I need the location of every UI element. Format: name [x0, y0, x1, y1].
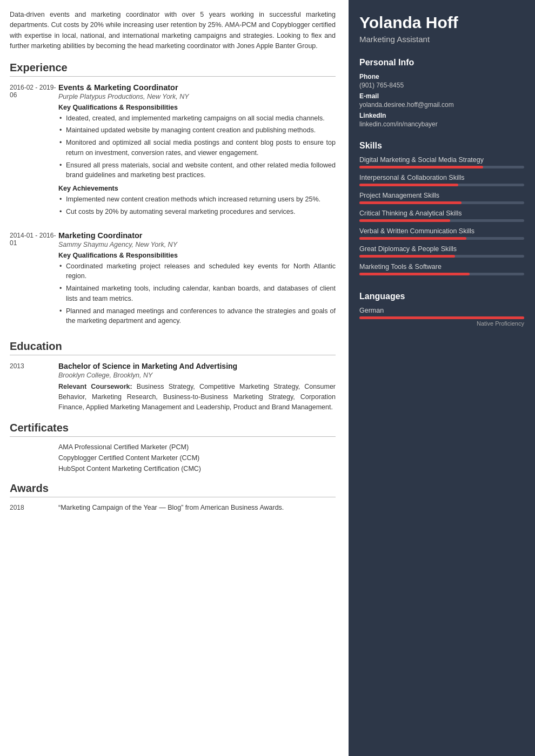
edu-school: Brooklyn College, Brooklyn, NY: [58, 372, 336, 379]
skill-name: Great Diplomacy & People Skills: [359, 245, 524, 253]
summary: Data-driven events and marketing coordin…: [10, 10, 336, 52]
skill-item: Interpersonal & Collaboration Skills: [359, 174, 524, 186]
awards-section: Awards 2018“Marketing Campaign of the Ye…: [10, 482, 336, 511]
certificates-title: Certificates: [10, 422, 336, 437]
award-text: “Marketing Campaign of the Year — Blog” …: [58, 504, 336, 511]
education-entry: 2013Bachelor of Science in Marketing And…: [10, 362, 336, 412]
phone-label: Phone: [359, 73, 524, 80]
experience-section: Experience 2016-02 - 2019-06Events & Mar…: [10, 62, 336, 331]
language-bar-bg: [359, 316, 524, 319]
achievements-label: Key Achievements: [58, 185, 336, 192]
skill-bar-bg: [359, 184, 524, 186]
skill-item: Digital Marketing & Social Media Strateg…: [359, 156, 524, 168]
qualifications-label: Key Qualifications & Responsibilities: [58, 104, 336, 111]
awards-title: Awards: [10, 482, 336, 497]
skill-bar-fill: [359, 273, 470, 275]
edu-coursework: Relevant Coursework: Business Strategy, …: [58, 382, 336, 412]
skill-item: Marketing Tools & Software: [359, 263, 524, 275]
languages-title: Languages: [359, 292, 524, 301]
edu-content: Bachelor of Science in Marketing And Adv…: [58, 362, 336, 412]
experience-list: 2016-02 - 2019-06Events & Marketing Coor…: [10, 83, 336, 331]
achievements-list: Implemented new content creation methods…: [58, 194, 336, 217]
email-value: yolanda.desiree.hoff@gmail.com: [359, 101, 524, 109]
list-item: Coordinated marketing project releases a…: [58, 261, 336, 282]
exp-dates: 2014-01 - 2016-01: [10, 231, 58, 331]
skill-bar-fill: [359, 219, 450, 222]
list-item: Maintained updated website by managing c…: [58, 125, 336, 136]
skill-bar-fill: [359, 237, 466, 240]
skill-name: Verbal & Written Communication Skills: [359, 227, 524, 235]
skill-name: Digital Marketing & Social Media Strateg…: [359, 156, 524, 164]
candidate-title: Marketing Assistant: [359, 35, 524, 44]
skill-bar-bg: [359, 166, 524, 168]
language-proficiency: Native Proficiency: [359, 320, 524, 327]
right-column: Yolanda Hoff Marketing Assistant Persona…: [349, 0, 535, 756]
skill-bar-fill: [359, 184, 458, 186]
skill-bar-fill: [359, 255, 455, 258]
personal-info-section: Personal Info Phone (901) 765-8455 E-mai…: [349, 51, 535, 134]
list-item: Maintained marketing tools, including ca…: [58, 284, 336, 304]
skill-name: Marketing Tools & Software: [359, 263, 524, 271]
phone-value: (901) 765-8455: [359, 82, 524, 89]
cert-item: AMA Professional Certified Marketer (PCM…: [58, 443, 336, 451]
skills-list: Digital Marketing & Social Media Strateg…: [359, 156, 524, 275]
languages-section: Languages GermanNative Proficiency: [349, 285, 535, 335]
qualifications-list: Coordinated marketing project releases a…: [58, 261, 336, 327]
edu-degree: Bachelor of Science in Marketing And Adv…: [58, 362, 336, 370]
skill-name: Project Management Skills: [359, 192, 524, 199]
skill-item: Great Diplomacy & People Skills: [359, 245, 524, 258]
skill-bar-fill: [359, 166, 483, 168]
right-header: Yolanda Hoff Marketing Assistant: [349, 0, 535, 51]
linkedin-value: linkedin.com/in/nancybayer: [359, 120, 524, 128]
certificates-list: AMA Professional Certified Marketer (PCM…: [10, 443, 336, 473]
cert-item: Copyblogger Certified Content Marketer (…: [58, 454, 336, 462]
skill-bar-fill: [359, 201, 462, 204]
language-bar-fill: [359, 316, 524, 319]
qualifications-list: Ideated, created, and implemented market…: [58, 113, 336, 181]
skill-name: Interpersonal & Collaboration Skills: [359, 174, 524, 181]
skill-bar-bg: [359, 255, 524, 258]
education-section: Education 2013Bachelor of Science in Mar…: [10, 340, 336, 412]
awards-list: 2018“Marketing Campaign of the Year — Bl…: [10, 504, 336, 511]
email-label: E-mail: [359, 92, 524, 100]
skill-item: Project Management Skills: [359, 192, 524, 204]
exp-content: Marketing CoordinatorSammy Shaymu Agency…: [58, 231, 336, 331]
exp-job-title: Marketing Coordinator: [58, 231, 336, 240]
edu-year: 2013: [10, 362, 58, 412]
skill-bar-bg: [359, 273, 524, 275]
education-list: 2013Bachelor of Science in Marketing And…: [10, 362, 336, 412]
skill-bar-bg: [359, 201, 524, 204]
candidate-name: Yolanda Hoff: [359, 13, 524, 32]
skill-bar-bg: [359, 237, 524, 240]
list-item: Implemented new content creation methods…: [58, 194, 336, 205]
languages-list: GermanNative Proficiency: [359, 307, 524, 327]
experience-entry: 2014-01 - 2016-01Marketing CoordinatorSa…: [10, 231, 336, 331]
language-name: German: [359, 307, 524, 314]
skills-title: Skills: [359, 141, 524, 151]
exp-content: Events & Marketing CoordinatorPurple Pla…: [58, 83, 336, 221]
skills-section: Skills Digital Marketing & Social Media …: [349, 134, 535, 285]
skill-name: Critical Thinking & Analytical Skills: [359, 210, 524, 217]
certificates-section: Certificates AMA Professional Certified …: [10, 422, 336, 473]
language-item: GermanNative Proficiency: [359, 307, 524, 327]
award-year: 2018: [10, 504, 58, 511]
qualifications-label: Key Qualifications & Responsibilities: [58, 252, 336, 259]
experience-title: Experience: [10, 62, 336, 77]
skill-item: Critical Thinking & Analytical Skills: [359, 210, 524, 222]
list-item: Ensured all press materials, social and …: [58, 160, 336, 181]
exp-company: Sammy Shaymu Agency, New York, NY: [58, 241, 336, 248]
left-column: Data-driven events and marketing coordin…: [0, 0, 349, 756]
personal-info-title: Personal Info: [359, 58, 524, 68]
list-item: Cut costs by 20% by automating several m…: [58, 207, 336, 217]
experience-entry: 2016-02 - 2019-06Events & Marketing Coor…: [10, 83, 336, 221]
list-item: Planned and managed meetings and confere…: [58, 306, 336, 327]
exp-company: Purple Platypus Productions, New York, N…: [58, 93, 336, 100]
cert-item: HubSpot Content Marketing Certification …: [58, 465, 336, 473]
linkedin-label: LinkedIn: [359, 112, 524, 119]
list-item: Ideated, created, and implemented market…: [58, 113, 336, 124]
list-item: Monitored and optimized all social media…: [58, 138, 336, 158]
exp-dates: 2016-02 - 2019-06: [10, 83, 58, 221]
exp-job-title: Events & Marketing Coordinator: [58, 83, 336, 92]
education-title: Education: [10, 340, 336, 355]
skill-bar-bg: [359, 219, 524, 222]
